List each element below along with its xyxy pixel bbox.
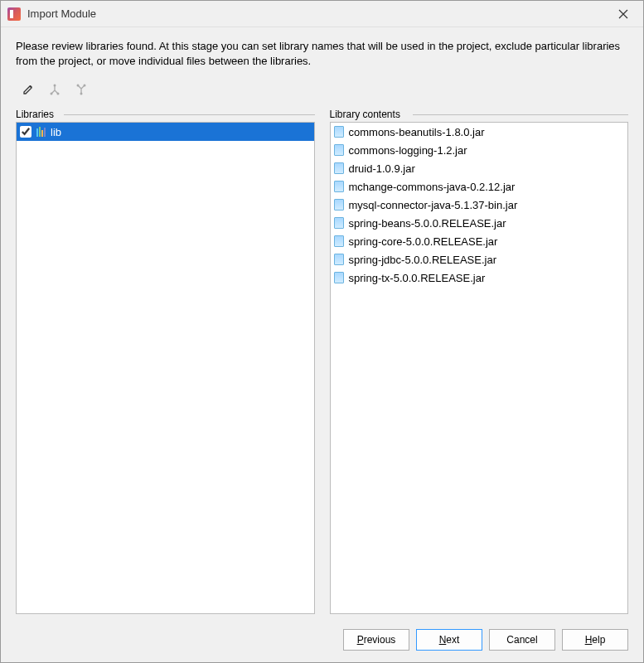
window-title: Import Module xyxy=(27,7,96,20)
library-checkbox[interactable] xyxy=(20,126,31,138)
app-icon xyxy=(7,7,21,21)
file-name: commons-beanutils-1.8.0.jar xyxy=(349,126,485,138)
toolbar xyxy=(16,82,628,97)
archive-icon xyxy=(334,217,344,229)
file-name: mchange-commons-java-0.2.12.jar xyxy=(349,181,516,193)
libraries-panel: Libraries lib xyxy=(16,109,315,614)
libraries-list[interactable]: lib xyxy=(16,122,315,614)
svg-point-5 xyxy=(80,93,83,95)
library-icon xyxy=(36,127,46,137)
archive-icon xyxy=(334,144,344,156)
archive-icon xyxy=(334,181,344,192)
pencil-icon xyxy=(22,84,34,95)
svg-point-3 xyxy=(77,85,80,87)
archive-icon xyxy=(334,235,344,247)
file-item[interactable]: mchange-commons-java-0.2.12.jar xyxy=(331,177,628,196)
close-button[interactable] xyxy=(610,4,637,24)
split-button[interactable] xyxy=(47,82,62,97)
contents-label: Library contents xyxy=(330,109,629,120)
cancel-button[interactable]: Cancel xyxy=(489,629,555,651)
next-button[interactable]: Next xyxy=(416,629,482,651)
file-name: commons-logging-1.2.jar xyxy=(349,144,467,157)
file-item[interactable]: mysql-connector-java-5.1.37-bin.jar xyxy=(331,196,628,214)
file-item[interactable]: commons-beanutils-1.8.0.jar xyxy=(331,123,628,141)
archive-icon xyxy=(334,162,344,174)
library-name: lib xyxy=(51,126,61,138)
svg-point-1 xyxy=(51,93,53,95)
merge-icon xyxy=(75,84,87,95)
libraries-label: Libraries xyxy=(16,109,315,120)
file-name: spring-core-5.0.0.RELEASE.jar xyxy=(349,235,498,248)
archive-icon xyxy=(334,254,344,265)
svg-point-4 xyxy=(84,85,86,87)
file-item[interactable]: spring-core-5.0.0.RELEASE.jar xyxy=(331,232,628,250)
file-name: spring-jdbc-5.0.0.RELEASE.jar xyxy=(349,254,496,266)
help-button[interactable]: Help xyxy=(562,629,628,651)
archive-icon xyxy=(334,272,344,283)
footer: Previous Next Cancel Help xyxy=(1,622,643,662)
file-item[interactable]: spring-beans-5.0.0.RELEASE.jar xyxy=(331,214,628,232)
file-name: druid-1.0.9.jar xyxy=(349,162,415,175)
contents-panel: Library contents commons-beanutils-1.8.0… xyxy=(330,109,629,614)
titlebar: Import Module xyxy=(1,1,643,27)
contents-list[interactable]: commons-beanutils-1.8.0.jarcommons-loggi… xyxy=(330,122,629,614)
previous-button[interactable]: Previous xyxy=(343,629,409,651)
merge-button[interactable] xyxy=(74,82,89,97)
file-item[interactable]: spring-jdbc-5.0.0.RELEASE.jar xyxy=(331,250,628,269)
svg-point-0 xyxy=(54,85,56,87)
dialog-window: Import Module Please review libraries fo… xyxy=(0,0,644,663)
instruction-text: Please review libraries found. At this s… xyxy=(16,39,628,69)
split-icon xyxy=(49,84,61,95)
content-area: Please review libraries found. At this s… xyxy=(1,27,643,622)
archive-icon xyxy=(334,199,344,211)
svg-point-2 xyxy=(57,93,60,95)
file-name: spring-beans-5.0.0.RELEASE.jar xyxy=(349,217,506,230)
library-item[interactable]: lib xyxy=(17,123,314,141)
file-item[interactable]: commons-logging-1.2.jar xyxy=(331,141,628,159)
file-item[interactable]: spring-tx-5.0.0.RELEASE.jar xyxy=(331,269,628,287)
rename-button[interactable] xyxy=(21,82,36,97)
close-icon xyxy=(618,9,628,19)
archive-icon xyxy=(334,126,344,138)
file-item[interactable]: druid-1.0.9.jar xyxy=(331,159,628,177)
file-name: mysql-connector-java-5.1.37-bin.jar xyxy=(349,199,518,211)
panels: Libraries lib Library contents commons-b… xyxy=(16,109,628,614)
file-name: spring-tx-5.0.0.RELEASE.jar xyxy=(349,272,486,284)
